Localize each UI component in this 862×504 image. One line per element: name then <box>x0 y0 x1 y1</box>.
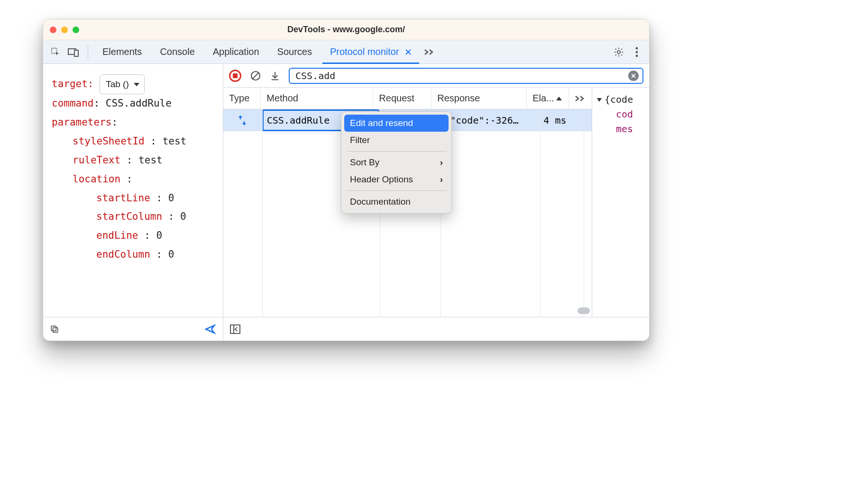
ctx-edit-resend[interactable]: Edit and resend <box>344 115 449 132</box>
table-header: Type Method Request Response Ela... <box>223 88 592 109</box>
endline-label: endLine <box>96 230 138 241</box>
context-menu: Edit and resend Filter Sort By› Header O… <box>341 111 452 214</box>
tab-sources[interactable]: Sources <box>270 40 320 63</box>
ctx-sort-by[interactable]: Sort By› <box>344 154 449 171</box>
tab-protocol-monitor-label: Protocol monitor <box>330 46 399 57</box>
filter-input-value: CSS.add <box>295 70 628 81</box>
endcolumn-value[interactable]: 0 <box>168 249 174 260</box>
target-select-value: Tab () <box>106 76 129 93</box>
endcolumn-label: endColumn <box>96 249 150 260</box>
svg-rect-9 <box>53 327 58 332</box>
cell-response: {"code":-326… <box>440 109 539 131</box>
tab-console[interactable]: Console <box>152 40 202 63</box>
startcolumn-label: startColumn <box>96 211 162 222</box>
svg-line-12 <box>252 72 259 79</box>
ctx-filter[interactable]: Filter <box>344 132 449 149</box>
triangle-down-icon[interactable] <box>597 98 602 102</box>
protocol-footer <box>223 317 649 341</box>
command-editor-panel: target: Tab () command: CSS.addRule para… <box>43 64 223 341</box>
protocol-monitor-panel: CSS.add Type Method Request Response Ela… <box>223 64 649 341</box>
filter-input[interactable]: CSS.add <box>289 68 643 84</box>
messages-table: Type Method Request Response Ela... <box>223 88 592 317</box>
location-label: location <box>73 173 120 185</box>
ctx-header-options-label: Header Options <box>350 174 413 185</box>
tab-protocol-monitor[interactable]: Protocol monitor <box>322 40 419 63</box>
target-label: target <box>52 78 88 90</box>
clear-icon[interactable] <box>250 70 261 81</box>
col-method[interactable]: Method <box>261 88 373 109</box>
kebab-menu-icon[interactable] <box>629 45 644 60</box>
command-value: CSS.addRule <box>106 98 172 109</box>
col-request[interactable]: Request <box>373 88 431 109</box>
svg-point-6 <box>636 47 638 49</box>
stylesheetid-value[interactable]: test <box>163 135 187 147</box>
command-editor-content: target: Tab () command: CSS.addRule para… <box>43 64 223 317</box>
svg-rect-10 <box>51 326 56 331</box>
protocol-toolbar: CSS.add <box>223 64 649 88</box>
toggle-sidebar-icon[interactable] <box>230 324 240 334</box>
copy-icon[interactable] <box>50 324 59 334</box>
svg-point-5 <box>617 50 620 53</box>
window-title: DevTools - www.google.com/ <box>43 25 649 35</box>
chevron-right-icon: › <box>440 174 443 185</box>
detail-line-2: cod <box>616 108 633 120</box>
message-detail-panel: {code cod mes <box>592 88 649 317</box>
ctx-divider <box>346 151 447 152</box>
devtools-window: DevTools - www.google.com/ Elements Cons… <box>43 19 650 341</box>
tab-elements[interactable]: Elements <box>95 40 149 63</box>
col-type[interactable]: Type <box>223 88 261 109</box>
col-elapsed[interactable]: Ela... <box>527 88 569 109</box>
svg-rect-2 <box>74 50 78 56</box>
ruletext-value[interactable]: test <box>138 154 163 166</box>
startline-label: startLine <box>96 192 150 204</box>
device-toolbar-icon[interactable] <box>66 45 81 60</box>
devtools-tabbar: Elements Console Application Sources Pro… <box>43 40 649 64</box>
command-editor-footer <box>43 317 223 341</box>
table-body: CSS.addRule {"stv {"code":-326… 4 ms Edi… <box>223 109 592 317</box>
download-icon[interactable] <box>270 71 280 81</box>
settings-icon[interactable] <box>611 45 626 60</box>
col-elapsed-label: Ela... <box>532 93 554 104</box>
cell-elapsed: 4 ms <box>539 109 582 131</box>
chevron-down-icon <box>134 83 139 86</box>
titlebar: DevTools - www.google.com/ <box>43 19 649 40</box>
svg-point-7 <box>636 51 638 53</box>
record-button[interactable] <box>229 70 241 82</box>
col-response[interactable]: Response <box>431 88 527 109</box>
send-command-button[interactable] <box>205 324 216 334</box>
protocol-body: Type Method Request Response Ela... <box>223 88 649 317</box>
ctx-documentation[interactable]: Documentation <box>344 193 449 210</box>
close-tab-icon[interactable] <box>405 49 412 55</box>
parameters-label: parameters <box>52 117 111 128</box>
inspect-element-icon[interactable] <box>48 45 63 60</box>
col-more[interactable] <box>569 88 592 109</box>
endline-value[interactable]: 0 <box>156 230 162 241</box>
startline-value[interactable]: 0 <box>168 192 174 204</box>
send-receive-icon <box>238 115 247 126</box>
ctx-divider <box>346 190 447 191</box>
ctx-sort-by-label: Sort By <box>350 157 379 168</box>
startcolumn-value[interactable]: 0 <box>180 211 186 222</box>
tab-application[interactable]: Application <box>205 40 267 63</box>
detail-line-3: mes <box>616 123 633 135</box>
clear-filter-icon[interactable] <box>628 71 639 81</box>
detail-line-1: {code <box>605 94 633 105</box>
command-label: command <box>52 98 94 109</box>
svg-point-8 <box>636 54 638 57</box>
stylesheetid-label: styleSheetId <box>73 135 145 147</box>
separator <box>88 45 88 59</box>
chevron-right-icon: › <box>440 157 443 168</box>
target-select[interactable]: Tab () <box>100 74 145 94</box>
devtools-body: target: Tab () command: CSS.addRule para… <box>43 64 649 341</box>
cell-type <box>223 109 262 131</box>
ruletext-label: ruleText <box>73 154 120 166</box>
ctx-header-options[interactable]: Header Options› <box>344 171 449 188</box>
more-tabs-icon[interactable] <box>422 45 437 60</box>
sort-asc-icon <box>556 97 562 100</box>
scrollbar-thumb[interactable] <box>578 307 590 314</box>
